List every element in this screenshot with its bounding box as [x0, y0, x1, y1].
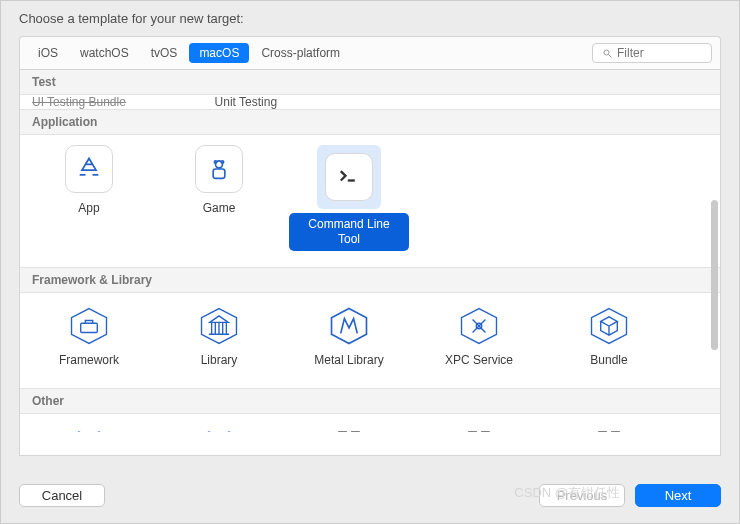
section-application-header: Application — [20, 109, 720, 135]
template-item-label: App — [70, 197, 107, 220]
section-framework-header: Framework & Library — [20, 267, 720, 293]
tab-crossplatform[interactable]: Cross-platform — [251, 43, 350, 63]
game-icon — [195, 145, 243, 193]
template-item-label: Command Line Tool — [289, 213, 409, 251]
template-item-label: Framework — [51, 349, 127, 372]
tab-tvos[interactable]: tvOS — [141, 43, 188, 63]
cancel-button[interactable]: Cancel — [19, 484, 105, 507]
toolbox-icon — [66, 303, 112, 349]
template-list[interactable]: Test UI Testing Bundle Unit Testing Bund… — [19, 69, 721, 456]
platform-tab-row: iOS watchOS tvOS macOS Cross-platform — [19, 36, 721, 69]
filter-icon — [601, 47, 613, 59]
tab-macos[interactable]: macOS — [189, 43, 249, 63]
next-button[interactable]: Next — [635, 484, 721, 507]
template-game[interactable]: Game — [154, 141, 284, 257]
tab-watchos[interactable]: watchOS — [70, 43, 139, 63]
section-test-header: Test — [20, 70, 720, 95]
template-item[interactable] — [414, 422, 544, 432]
template-item-label: Unit Testing Bundle — [206, 95, 286, 109]
section-other-items — [20, 414, 720, 432]
section-other-header: Other — [20, 388, 720, 414]
previous-button[interactable]: Previous — [539, 484, 625, 507]
filter-field[interactable] — [592, 43, 712, 63]
template-metal-library[interactable]: Metal Library — [284, 299, 414, 378]
section-application-items: App Game Command Line Tool — [20, 135, 720, 267]
platform-tabs: iOS watchOS tvOS macOS Cross-platform — [28, 43, 592, 63]
template-command-line-tool[interactable]: Command Line Tool — [284, 141, 414, 257]
template-bundle[interactable]: Bundle — [544, 299, 674, 378]
terminal-icon — [325, 153, 373, 201]
svg-rect-6 — [213, 169, 225, 178]
template-item-label: UI Testing Bundle — [32, 95, 126, 109]
dialog-title: Choose a template for your new target: — [1, 1, 739, 32]
template-item[interactable] — [154, 422, 284, 432]
scrollbar[interactable] — [711, 200, 718, 350]
template-library[interactable]: Library — [154, 299, 284, 378]
filter-input[interactable] — [617, 46, 697, 60]
svg-marker-10 — [72, 309, 107, 344]
section-test-partial: UI Testing Bundle Unit Testing Bundle — [20, 95, 720, 109]
svg-rect-11 — [81, 323, 98, 332]
template-item[interactable] — [284, 422, 414, 432]
svg-line-1 — [609, 55, 612, 58]
svg-point-0 — [604, 50, 609, 55]
bundle-icon — [586, 303, 632, 349]
template-item[interactable] — [544, 422, 674, 432]
template-app[interactable]: App — [24, 141, 154, 257]
template-item-label: Library — [193, 349, 246, 372]
template-xpc-service[interactable]: XPC Service — [414, 299, 544, 378]
template-item[interactable] — [24, 422, 154, 432]
section-framework-items: Framework Library Metal Library XPC Serv… — [20, 293, 720, 388]
selection-highlight — [317, 145, 381, 209]
button-bar: Cancel Previous Next — [1, 470, 739, 523]
app-store-icon — [65, 145, 113, 193]
template-item-label: Game — [195, 197, 244, 220]
template-item-label: Bundle — [582, 349, 635, 372]
xpc-icon — [456, 303, 502, 349]
template-framework[interactable]: Framework — [24, 299, 154, 378]
template-item-label: Metal Library — [306, 349, 391, 372]
template-item-label: XPC Service — [437, 349, 521, 372]
library-icon — [196, 303, 242, 349]
metal-icon — [326, 303, 372, 349]
tab-ios[interactable]: iOS — [28, 43, 68, 63]
template-chooser-dialog: Choose a template for your new target: i… — [0, 0, 740, 524]
